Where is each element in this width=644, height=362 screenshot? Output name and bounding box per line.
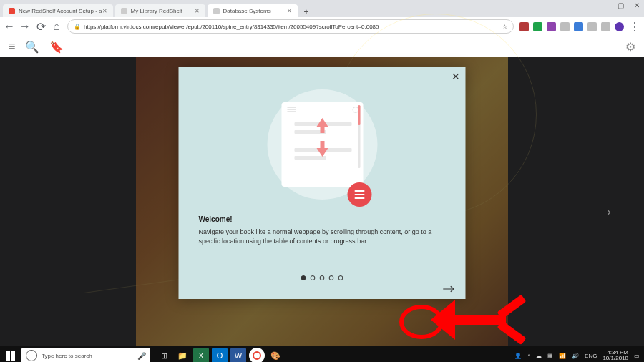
dot-1[interactable] [311, 275, 316, 280]
word-icon[interactable]: W [230, 348, 246, 362]
settings-icon[interactable]: ⚙ [625, 40, 635, 54]
window-minimize-button[interactable]: — [600, 1, 608, 9]
svg-rect-2 [11, 351, 15, 356]
outlook-icon[interactable]: O [212, 348, 228, 362]
extension-icon[interactable] [519, 22, 529, 31]
extension-icon[interactable] [533, 22, 542, 31]
cortana-icon [26, 350, 37, 361]
reader-viewport: › ✕ Welcome! Navigate y [0, 57, 644, 362]
dot-3[interactable] [329, 275, 334, 280]
welcome-illustration [261, 84, 383, 205]
modal-title: Welcome! [199, 215, 446, 223]
tray-chevron-icon[interactable]: ^ [527, 353, 530, 359]
close-icon[interactable]: ✕ [102, 8, 107, 14]
next-button[interactable] [443, 283, 456, 292]
taskbar-apps: ⊞ 📁 X O W 🎨 [156, 348, 283, 362]
windows-icon [6, 351, 15, 361]
extension-icon[interactable] [587, 22, 597, 31]
extension-icon[interactable] [547, 22, 556, 31]
window-close-button[interactable]: ✕ [634, 1, 640, 9]
extension-icon[interactable] [601, 22, 610, 31]
browser-tab-0[interactable]: New RedShelf Account Setup - a ✕ [3, 4, 113, 17]
bookmark-star-icon[interactable]: ☆ [502, 24, 507, 30]
menu-icon[interactable]: ≡ [9, 40, 15, 53]
window-maximize-button[interactable]: ▢ [618, 1, 624, 9]
back-button[interactable]: ← [4, 21, 14, 31]
reload-button[interactable]: ⟳ [36, 21, 46, 31]
url-text: https://platform.virdocs.com/epub/viewer… [84, 24, 379, 30]
search-placeholder: Type here to search [42, 353, 92, 359]
dot-4[interactable] [338, 275, 343, 280]
forward-button[interactable]: → [20, 21, 30, 31]
wifi-icon[interactable]: 📶 [559, 353, 566, 359]
svg-rect-3 [6, 356, 10, 361]
dot-0[interactable] [301, 275, 306, 280]
new-tab-button[interactable]: + [300, 7, 313, 17]
next-page-arrow-icon[interactable]: › [606, 203, 611, 220]
task-view-button[interactable]: ⊞ [156, 348, 172, 362]
file-explorer-icon[interactable]: 📁 [175, 348, 190, 362]
home-button[interactable]: ⌂ [52, 21, 62, 31]
hamburger-icon [347, 182, 371, 207]
bookmark-icon[interactable]: 🔖 [49, 40, 64, 54]
tab-label: My Library RedShelf [131, 8, 182, 14]
extension-icon[interactable] [560, 22, 570, 31]
system-tray: 👤 ^ ☁ ▦ 📶 🔊 ENG 4:34 PM 10/1/2018 ▭ [514, 350, 644, 361]
paint-icon[interactable]: 🎨 [268, 348, 283, 362]
browser-toolbar: ← → ⟳ ⌂ 🔒 https://platform.virdocs.com/e… [0, 17, 644, 36]
svg-rect-1 [6, 351, 10, 356]
extension-icon[interactable] [574, 22, 583, 31]
avatar[interactable] [615, 22, 624, 31]
start-button[interactable] [0, 346, 20, 362]
browser-tab-strip: New RedShelf Account Setup - a ✕ My Libr… [0, 0, 644, 17]
mic-icon[interactable]: 🎤 [137, 352, 146, 360]
chrome-icon[interactable] [249, 348, 265, 362]
welcome-modal: ✕ Welcome! Navigate your book like [179, 67, 466, 299]
network-icon[interactable]: ▦ [547, 353, 553, 359]
language-indicator[interactable]: ENG [585, 353, 597, 359]
action-center-icon[interactable]: ▭ [634, 353, 640, 359]
svg-rect-4 [11, 356, 15, 361]
page-content: ≡ 🔍 🔖 ⚙ › ✕ [0, 36, 644, 362]
lock-icon: 🔒 [74, 24, 81, 30]
modal-body: Navigate your book like a normal webpage… [199, 228, 446, 245]
dot-2[interactable] [320, 275, 325, 280]
people-icon[interactable]: 👤 [514, 353, 522, 359]
close-icon[interactable]: ✕ [452, 71, 460, 82]
taskbar-search[interactable]: Type here to search 🎤 [21, 348, 150, 362]
clock[interactable]: 4:34 PM 10/1/2018 [602, 350, 628, 361]
extension-icons [519, 22, 624, 31]
pagination-dots [199, 275, 446, 280]
close-icon[interactable]: ✕ [287, 8, 292, 14]
tab-label: Database Systems [223, 8, 271, 14]
browser-tab-1[interactable]: My Library RedShelf ✕ [115, 4, 205, 17]
volume-icon[interactable]: 🔊 [572, 353, 579, 359]
close-icon[interactable]: ✕ [195, 8, 200, 14]
tab-label: New RedShelf Account Setup - a [19, 8, 102, 14]
excel-icon[interactable]: X [193, 348, 209, 362]
chrome-menu-button[interactable]: ⋮ [630, 21, 640, 31]
search-icon[interactable]: 🔍 [25, 40, 39, 54]
onedrive-icon[interactable]: ☁ [536, 353, 542, 359]
browser-tab-2[interactable]: Database Systems ✕ [208, 4, 298, 17]
reader-toolbar: ≡ 🔍 🔖 ⚙ [0, 36, 644, 57]
windows-taskbar: Type here to search 🎤 ⊞ 📁 X O W 🎨 👤 ^ ☁ … [0, 346, 644, 362]
